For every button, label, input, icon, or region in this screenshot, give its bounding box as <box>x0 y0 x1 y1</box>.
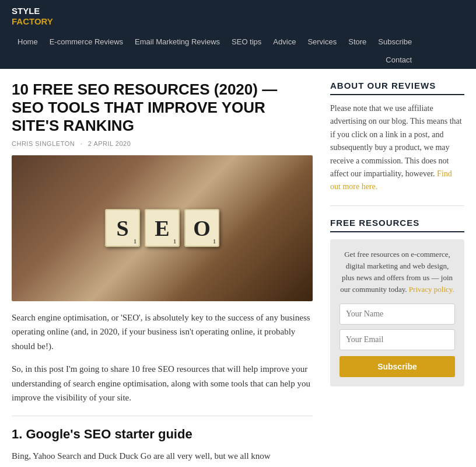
article-meta: CHRIS SINGLETON · 2 APRIL 2020 <box>12 140 313 147</box>
nav-bottom-row: Contact <box>380 51 418 69</box>
section1-heading: 1. Google's SEO starter guide <box>12 427 313 442</box>
about-reviews-text: Please note that we use affiliate advert… <box>330 102 464 194</box>
sidebar: ABOUT OUR REVIEWS Please note that we us… <box>330 81 464 463</box>
logo-factory: FACTORY <box>12 16 53 27</box>
article-image: S E O <box>12 155 313 301</box>
site-logo[interactable]: STYLE FACTORY <box>12 0 65 33</box>
article-author: CHRIS SINGLETON <box>12 140 75 147</box>
privacy-policy-link[interactable]: Privacy policy. <box>409 285 454 294</box>
email-input[interactable] <box>340 329 455 350</box>
scrabble-tiles: S E O <box>105 209 219 247</box>
about-reviews-title: ABOUT OUR REVIEWS <box>330 81 464 95</box>
nav-link-advice[interactable]: Advice <box>267 33 302 51</box>
name-input[interactable] <box>340 304 455 325</box>
logo-style: STYLE <box>12 6 53 16</box>
section1-body: Bing, Yahoo Search and Duck Duck Go are … <box>12 449 313 463</box>
sidebar-divider <box>330 205 464 206</box>
nav-rows: HomeE-commerce ReviewsEmail Marketing Re… <box>12 33 418 69</box>
nav-link-store[interactable]: Store <box>342 33 372 51</box>
nav-link-contact[interactable]: Contact <box>380 51 418 69</box>
meta-separator: · <box>80 140 83 147</box>
tile-s: S <box>105 209 140 247</box>
page-content: 10 FREE SEO RESOURCES (2020) — SEO TOOLS… <box>0 69 476 467</box>
tile-o: O <box>184 209 219 247</box>
subscribe-button[interactable]: Subscribe <box>340 356 455 377</box>
body-paragraph-2: So, in this post I'm going to share 10 f… <box>12 362 313 405</box>
article-divider <box>12 416 313 416</box>
nav-link-e-commerce-reviews[interactable]: E-commerce Reviews <box>44 33 129 51</box>
free-resources-box: Get free resources on e-commerce, digita… <box>330 239 464 387</box>
free-resources-title: FREE RESOURCES <box>330 218 464 232</box>
nav-link-home[interactable]: Home <box>12 33 44 51</box>
body-paragraph-1: Search engine optimisation, or 'SEO', is… <box>12 311 313 354</box>
tile-e: E <box>145 209 180 247</box>
nav-link-email-marketing-reviews[interactable]: Email Marketing Reviews <box>129 33 226 51</box>
article-date: 2 APRIL 2020 <box>88 140 131 147</box>
nav-link-seo-tips[interactable]: SEO tips <box>226 33 267 51</box>
free-resources-desc: Get free resources on e-commerce, digita… <box>340 249 455 296</box>
navigation: STYLE FACTORY HomeE-commerce ReviewsEmai… <box>0 0 476 69</box>
nav-link-subscribe[interactable]: Subscribe <box>372 33 418 51</box>
nav-top-row: HomeE-commerce ReviewsEmail Marketing Re… <box>12 33 418 51</box>
nav-link-services[interactable]: Services <box>302 33 342 51</box>
main-column: 10 FREE SEO RESOURCES (2020) — SEO TOOLS… <box>12 81 313 463</box>
article-title: 10 FREE SEO RESOURCES (2020) — SEO TOOLS… <box>12 81 313 135</box>
article-body: Search engine optimisation, or 'SEO', is… <box>12 311 313 406</box>
